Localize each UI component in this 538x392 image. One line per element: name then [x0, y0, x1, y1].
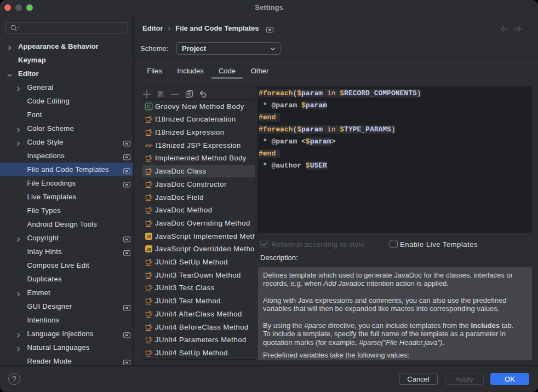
svg-text:JS: JS	[146, 247, 151, 252]
svg-text:JS: JS	[146, 234, 151, 239]
svg-text:JSP: JSP	[145, 143, 152, 148]
svg-text:G: G	[147, 104, 151, 109]
